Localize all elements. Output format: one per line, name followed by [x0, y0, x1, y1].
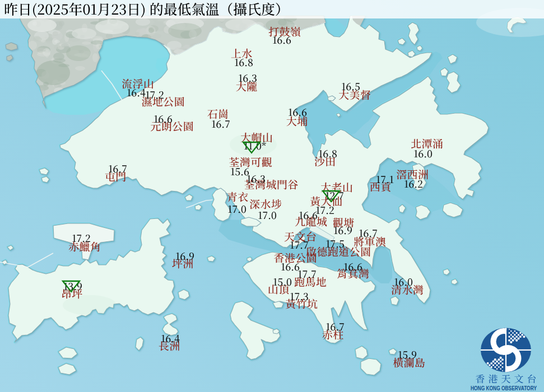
svg-text:HONG KONG OBSERVATORY: HONG KONG OBSERVATORY [471, 385, 537, 391]
